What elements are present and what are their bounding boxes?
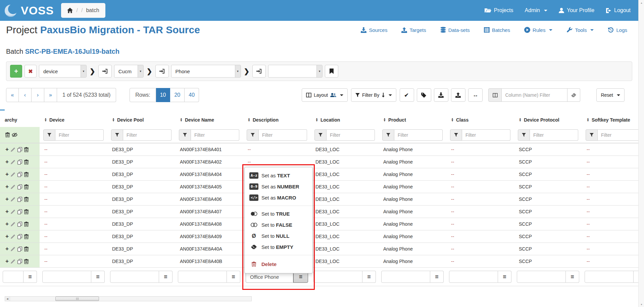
- row-edit-button[interactable]: [11, 259, 15, 264]
- row-add-button[interactable]: +: [5, 221, 9, 227]
- bulk-menu-button-hierarchy[interactable]: ≡: [23, 271, 37, 283]
- filter-input-device_protocol[interactable]: [530, 129, 578, 141]
- row-add-button[interactable]: +: [5, 258, 9, 265]
- row-copy-button[interactable]: [17, 209, 22, 214]
- row-edit-button[interactable]: [11, 184, 15, 189]
- row-delete-button[interactable]: [24, 160, 29, 165]
- row-copy-button[interactable]: [17, 147, 22, 152]
- menu-item-true[interactable]: Set to TRUE: [245, 208, 312, 219]
- column-header-device_protocol[interactable]: ▲▼Device Protocol: [514, 113, 582, 127]
- menu-item-false[interactable]: Set to FALSE: [245, 219, 312, 230]
- column-header-location[interactable]: ▲▼Location: [311, 113, 379, 127]
- extra-select[interactable]: ▼: [268, 65, 323, 78]
- scroll-down-arrow-icon[interactable]: ▼: [639, 302, 644, 307]
- menu-item-text[interactable]: A-zSet as TEXT: [245, 170, 312, 181]
- menu-item-empty[interactable]: Set to EMPTY: [245, 242, 312, 253]
- delete-selected-button[interactable]: [5, 132, 10, 137]
- sort-icon[interactable]: ▲▼: [44, 118, 47, 122]
- row-delete-button[interactable]: [24, 247, 29, 252]
- last-page-button[interactable]: »: [44, 88, 57, 102]
- column-header-device[interactable]: ▲▼Device: [40, 113, 107, 127]
- menu-item-null[interactable]: ØSet to NULL: [245, 230, 312, 242]
- tag-button[interactable]: [417, 88, 431, 102]
- home-icon[interactable]: [67, 8, 73, 13]
- row-add-button[interactable]: +: [5, 208, 9, 215]
- nav-projects[interactable]: Projects: [485, 7, 513, 13]
- rows-option-10[interactable]: 10: [156, 88, 170, 102]
- type-select[interactable]: Phone ▼: [171, 65, 241, 78]
- sort-icon[interactable]: ▲▼: [451, 118, 454, 122]
- sort-icon[interactable]: ▲▼: [315, 118, 318, 122]
- row-delete-button[interactable]: [24, 197, 29, 202]
- row-add-button[interactable]: +: [5, 196, 9, 203]
- row-copy-button[interactable]: [17, 184, 22, 189]
- row-copy-button[interactable]: [17, 197, 22, 202]
- column-header-softkey_template[interactable]: ▲▼Softkey Template: [582, 113, 638, 127]
- horizontal-scrollbar[interactable]: ◀: [5, 296, 252, 301]
- reset-button[interactable]: Reset: [596, 88, 625, 102]
- bulk-input-product[interactable]: [381, 271, 430, 283]
- import-button[interactable]: [451, 88, 465, 102]
- first-page-button[interactable]: «: [6, 88, 19, 102]
- row-edit-button[interactable]: [11, 172, 15, 177]
- row-add-button[interactable]: +: [5, 146, 9, 153]
- model-select[interactable]: device ▼: [39, 65, 87, 78]
- enter-level-button[interactable]: [252, 65, 266, 78]
- column-header-device_pool[interactable]: ▲▼Device Pool: [107, 113, 175, 127]
- link-logs[interactable]: Logs: [608, 27, 627, 33]
- filter-input-device_name[interactable]: [191, 129, 239, 141]
- prev-page-button[interactable]: ‹: [19, 88, 32, 102]
- column-header-description[interactable]: ▲▼Description: [243, 113, 311, 127]
- scroll-left-arrow-icon[interactable]: ◀: [5, 297, 10, 301]
- column-header-product[interactable]: ▲▼Product: [379, 113, 446, 127]
- bulk-menu-button-softkey_template[interactable]: ≡: [634, 271, 638, 283]
- row-delete-button[interactable]: [24, 147, 29, 152]
- column-header-class[interactable]: ▲▼Class: [446, 113, 514, 127]
- link-targets[interactable]: Targets: [401, 27, 426, 33]
- row-delete-button[interactable]: [24, 234, 29, 239]
- sort-icon[interactable]: ▲▼: [383, 118, 386, 122]
- link-data-sets[interactable]: Data-sets: [440, 27, 470, 33]
- row-edit-button[interactable]: [11, 147, 15, 152]
- nav-logout[interactable]: Logout: [606, 7, 631, 13]
- filter-input-device_pool[interactable]: [123, 129, 171, 141]
- bulk-menu-button-device_pool[interactable]: ≡: [159, 271, 172, 283]
- rows-option-40[interactable]: 40: [185, 88, 199, 102]
- horizontal-scrollbar-thumb[interactable]: [55, 297, 99, 301]
- link-sources[interactable]: Sources: [361, 27, 387, 33]
- filter-input-device[interactable]: [55, 129, 104, 141]
- row-add-button[interactable]: +: [5, 233, 9, 240]
- bulk-menu-button-device_protocol[interactable]: ≡: [566, 271, 579, 283]
- sort-icon[interactable]: ▲▼: [519, 118, 522, 122]
- vertical-scrollbar[interactable]: ▲ ▼: [638, 0, 644, 307]
- row-delete-button[interactable]: [24, 259, 29, 264]
- column-name-filter-input[interactable]: [502, 88, 567, 102]
- rows-option-20[interactable]: 20: [170, 88, 185, 102]
- nav-your-profile[interactable]: Your Profile: [559, 7, 594, 13]
- row-copy-button[interactable]: [17, 247, 22, 252]
- bulk-input-device_name[interactable]: [178, 271, 227, 283]
- sort-icon[interactable]: ▲▼: [180, 118, 183, 122]
- row-edit-button[interactable]: [11, 247, 15, 251]
- row-copy-button[interactable]: [17, 160, 22, 165]
- link-batches[interactable]: Batches: [484, 27, 510, 33]
- expand-columns-button[interactable]: ↔: [468, 88, 483, 102]
- row-edit-button[interactable]: [11, 222, 15, 226]
- row-add-button[interactable]: +: [5, 246, 9, 252]
- filter-input-location[interactable]: [327, 129, 375, 141]
- row-edit-button[interactable]: [11, 209, 15, 214]
- remove-button[interactable]: ✖: [24, 65, 37, 78]
- sort-icon[interactable]: ▲▼: [112, 118, 115, 122]
- row-add-button[interactable]: +: [5, 171, 9, 178]
- column-header-device_name[interactable]: ▲▼Device Name: [175, 113, 243, 127]
- bulk-menu-button-class[interactable]: ≡: [498, 271, 511, 283]
- enter-level-button[interactable]: [98, 65, 112, 78]
- row-delete-button[interactable]: [24, 222, 29, 227]
- next-page-button[interactable]: ›: [32, 88, 44, 102]
- scroll-up-arrow-icon[interactable]: ▲: [639, 0, 644, 5]
- row-delete-button[interactable]: [24, 209, 29, 214]
- voss-logo[interactable]: VOSS: [0, 2, 58, 18]
- bulk-input-device[interactable]: [42, 271, 91, 283]
- sort-icon[interactable]: ▲▼: [587, 118, 589, 122]
- export-button[interactable]: [434, 88, 448, 102]
